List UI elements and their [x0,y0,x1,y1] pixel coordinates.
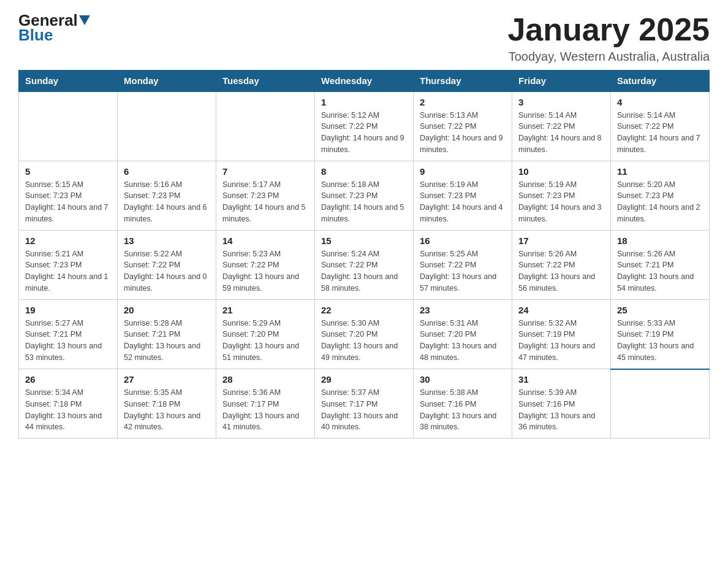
calendar-cell: 14Sunrise: 5:23 AMSunset: 7:22 PMDayligh… [216,230,315,299]
day-info: Sunrise: 5:35 AMSunset: 7:18 PMDaylight:… [124,387,210,433]
calendar-cell: 8Sunrise: 5:18 AMSunset: 7:23 PMDaylight… [315,161,414,230]
day-info: Sunrise: 5:37 AMSunset: 7:17 PMDaylight:… [321,387,407,433]
calendar-cell: 4Sunrise: 5:14 AMSunset: 7:22 PMDaylight… [611,91,710,161]
calendar-cell: 7Sunrise: 5:17 AMSunset: 7:23 PMDaylight… [216,161,315,230]
title-area: January 2025 Toodyay, Western Australia,… [507,12,710,64]
header-tuesday: Tuesday [216,71,315,92]
day-info: Sunrise: 5:24 AMSunset: 7:22 PMDaylight:… [321,248,407,294]
day-number: 17 [518,236,604,246]
header-monday: Monday [118,71,216,92]
calendar-body: 1Sunrise: 5:12 AMSunset: 7:22 PMDaylight… [19,91,710,439]
calendar-cell: 28Sunrise: 5:36 AMSunset: 7:17 PMDayligh… [216,369,315,439]
day-number: 8 [321,166,407,177]
calendar-cell: 10Sunrise: 5:19 AMSunset: 7:23 PMDayligh… [512,161,611,230]
day-info: Sunrise: 5:28 AMSunset: 7:21 PMDaylight:… [124,318,210,364]
header-thursday: Thursday [414,71,512,92]
day-info: Sunrise: 5:23 AMSunset: 7:22 PMDaylight:… [222,248,308,294]
calendar-title: January 2025 [507,12,710,47]
calendar-cell: 30Sunrise: 5:38 AMSunset: 7:16 PMDayligh… [414,369,512,439]
day-number: 2 [420,97,506,107]
calendar-cell: 6Sunrise: 5:16 AMSunset: 7:23 PMDaylight… [118,161,216,230]
day-info: Sunrise: 5:30 AMSunset: 7:20 PMDaylight:… [321,318,407,364]
day-info: Sunrise: 5:32 AMSunset: 7:19 PMDaylight:… [518,318,604,364]
calendar-week-4: 19Sunrise: 5:27 AMSunset: 7:21 PMDayligh… [19,299,710,369]
day-number: 1 [321,97,407,107]
day-info: Sunrise: 5:18 AMSunset: 7:23 PMDaylight:… [321,179,407,225]
day-number: 4 [617,97,703,107]
calendar-cell: 13Sunrise: 5:22 AMSunset: 7:22 PMDayligh… [118,230,216,299]
day-number: 6 [124,166,210,177]
day-info: Sunrise: 5:12 AMSunset: 7:22 PMDaylight:… [321,110,407,156]
header-wednesday: Wednesday [315,71,414,92]
day-info: Sunrise: 5:21 AMSunset: 7:23 PMDaylight:… [25,248,111,294]
calendar-week-1: 1Sunrise: 5:12 AMSunset: 7:22 PMDaylight… [19,91,710,161]
day-info: Sunrise: 5:17 AMSunset: 7:23 PMDaylight:… [222,179,308,225]
day-info: Sunrise: 5:22 AMSunset: 7:22 PMDaylight:… [124,248,210,294]
day-info: Sunrise: 5:34 AMSunset: 7:18 PMDaylight:… [25,387,111,433]
day-number: 13 [124,236,210,246]
day-number: 16 [420,236,506,246]
day-number: 31 [518,374,604,385]
calendar-cell: 22Sunrise: 5:30 AMSunset: 7:20 PMDayligh… [315,299,414,369]
calendar-cell: 2Sunrise: 5:13 AMSunset: 7:22 PMDaylight… [414,91,512,161]
day-info: Sunrise: 5:19 AMSunset: 7:23 PMDaylight:… [518,179,604,225]
day-number: 25 [617,305,703,315]
day-number: 20 [124,305,210,315]
day-number: 11 [617,166,703,177]
day-info: Sunrise: 5:16 AMSunset: 7:23 PMDaylight:… [124,179,210,225]
day-number: 22 [321,305,407,315]
calendar-cell: 26Sunrise: 5:34 AMSunset: 7:18 PMDayligh… [19,369,118,439]
day-number: 29 [321,374,407,385]
day-info: Sunrise: 5:39 AMSunset: 7:16 PMDaylight:… [518,387,604,433]
day-number: 10 [518,166,604,177]
day-number: 23 [420,305,506,315]
calendar-week-3: 12Sunrise: 5:21 AMSunset: 7:23 PMDayligh… [19,230,710,299]
day-info: Sunrise: 5:20 AMSunset: 7:23 PMDaylight:… [617,179,703,225]
calendar-cell: 11Sunrise: 5:20 AMSunset: 7:23 PMDayligh… [611,161,710,230]
logo-arrow-icon [79,15,90,25]
calendar-cell: 17Sunrise: 5:26 AMSunset: 7:22 PMDayligh… [512,230,611,299]
day-number: 3 [518,97,604,107]
day-info: Sunrise: 5:26 AMSunset: 7:22 PMDaylight:… [518,248,604,294]
day-info: Sunrise: 5:26 AMSunset: 7:21 PMDaylight:… [617,248,703,294]
calendar-cell: 20Sunrise: 5:28 AMSunset: 7:21 PMDayligh… [118,299,216,369]
calendar-cell: 24Sunrise: 5:32 AMSunset: 7:19 PMDayligh… [512,299,611,369]
day-info: Sunrise: 5:38 AMSunset: 7:16 PMDaylight:… [420,387,506,433]
day-number: 28 [222,374,308,385]
day-info: Sunrise: 5:36 AMSunset: 7:17 PMDaylight:… [222,387,308,433]
day-number: 24 [518,305,604,315]
calendar-cell: 16Sunrise: 5:25 AMSunset: 7:22 PMDayligh… [414,230,512,299]
calendar-cell: 31Sunrise: 5:39 AMSunset: 7:16 PMDayligh… [512,369,611,439]
day-number: 21 [222,305,308,315]
day-info: Sunrise: 5:13 AMSunset: 7:22 PMDaylight:… [420,110,506,156]
day-info: Sunrise: 5:27 AMSunset: 7:21 PMDaylight:… [25,318,111,364]
calendar-cell: 12Sunrise: 5:21 AMSunset: 7:23 PMDayligh… [19,230,118,299]
calendar-cell: 18Sunrise: 5:26 AMSunset: 7:21 PMDayligh… [611,230,710,299]
day-info: Sunrise: 5:15 AMSunset: 7:23 PMDaylight:… [25,179,111,225]
calendar-cell: 1Sunrise: 5:12 AMSunset: 7:22 PMDaylight… [315,91,414,161]
header-row: Sunday Monday Tuesday Wednesday Thursday… [19,71,710,92]
day-number: 27 [124,374,210,385]
calendar-cell [19,91,118,161]
calendar-cell: 21Sunrise: 5:29 AMSunset: 7:20 PMDayligh… [216,299,315,369]
header-sunday: Sunday [19,71,118,92]
day-number: 14 [222,236,308,246]
calendar-cell: 25Sunrise: 5:33 AMSunset: 7:19 PMDayligh… [611,299,710,369]
header-saturday: Saturday [611,71,710,92]
day-info: Sunrise: 5:14 AMSunset: 7:22 PMDaylight:… [518,110,604,156]
calendar-cell: 27Sunrise: 5:35 AMSunset: 7:18 PMDayligh… [118,369,216,439]
calendar-cell: 15Sunrise: 5:24 AMSunset: 7:22 PMDayligh… [315,230,414,299]
calendar-cell: 9Sunrise: 5:19 AMSunset: 7:23 PMDaylight… [414,161,512,230]
logo-blue-text: Blue [18,26,53,44]
day-number: 26 [25,374,111,385]
calendar-week-5: 26Sunrise: 5:34 AMSunset: 7:18 PMDayligh… [19,369,710,439]
day-number: 12 [25,236,111,246]
day-number: 5 [25,166,111,177]
day-number: 7 [222,166,308,177]
calendar-cell [611,369,710,439]
day-info: Sunrise: 5:19 AMSunset: 7:23 PMDaylight:… [420,179,506,225]
calendar-cell: 23Sunrise: 5:31 AMSunset: 7:20 PMDayligh… [414,299,512,369]
calendar-cell [216,91,315,161]
day-info: Sunrise: 5:31 AMSunset: 7:20 PMDaylight:… [420,318,506,364]
logo: General Blue [18,12,91,45]
